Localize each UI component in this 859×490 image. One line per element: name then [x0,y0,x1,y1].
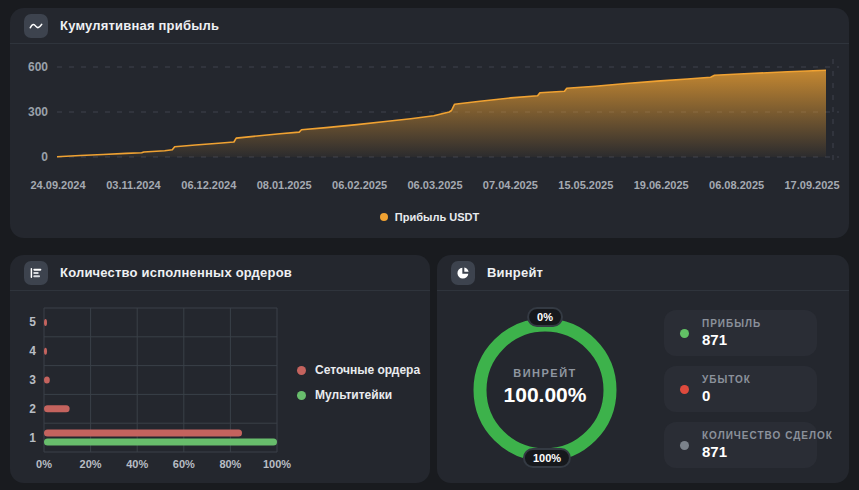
winrate-center-value: 100.00% [504,383,587,407]
total-trades-stat-value: 871 [702,443,817,460]
winrate-header: Винрейт [437,255,849,291]
cumulative-legend[interactable]: Прибыль USDT [10,211,849,223]
svg-text:0%: 0% [36,458,52,470]
grid-orders-legend-dot [297,366,306,375]
svg-text:40%: 40% [126,458,148,470]
cumulative-series [57,70,826,157]
profit-legend-label: Прибыль USDT [395,211,479,223]
orders-legend: Сеточные ордера Мультитейки [297,363,420,402]
loss-stat-label: УБЫТОК [702,374,751,385]
multitakes-legend-label: Мультитейки [315,388,392,402]
stat-card-profit: ПРИБЫЛЬ 871 [664,310,817,356]
orders-bars [44,319,277,446]
svg-text:5: 5 [29,315,36,329]
cumulative-profit-header: Кумулятивная прибыль [10,8,849,44]
svg-text:3: 3 [29,373,36,387]
profit-stat-value: 871 [702,331,761,348]
profit-legend-dot [380,213,388,221]
profit-status-dot [680,329,689,338]
executed-orders-header: Количество исполненных ордеров [10,255,430,291]
profit-stat-label: ПРИБЫЛЬ [702,318,761,329]
bar-list-icon [24,261,48,285]
multitakes-legend-dot [297,391,306,400]
total-trades-status-dot [680,441,689,450]
stat-card-total-trades: КОЛИЧЕСТВО СДЕЛОК 871 [664,422,817,468]
loss-stat-value: 0 [702,387,751,404]
winrate-center-label: ВИНРЕЙТ [513,367,577,379]
pie-chart-icon [451,261,475,285]
svg-text:60%: 60% [173,458,195,470]
svg-text:4: 4 [29,344,36,358]
winrate-zero-badge: 0% [527,307,563,327]
svg-text:20%: 20% [80,458,102,470]
svg-text:80%: 80% [219,458,241,470]
svg-text:1: 1 [29,431,36,445]
winrate-title: Винрейт [487,265,543,280]
winrate-hundred-badge: 100% [523,448,571,468]
loss-status-dot [680,385,689,394]
executed-orders-title: Количество исполненных ордеров [60,265,292,280]
cumulative-profit-panel: Кумулятивная прибыль 0300600 24.09.20240… [10,8,849,238]
orders-axis-labels: 543210%20%40%60%80%100% [29,315,291,470]
winrate-panel: Винрейт ВИНРЕЙТ 100.00% 0% 100% ПРИБЫЛЬ … [437,255,849,483]
legend-item-grid-orders[interactable]: Сеточные ордера [297,363,420,377]
grid-orders-legend-label: Сеточные ордера [315,363,420,377]
executed-orders-panel: Количество исполненных ордеров 543210%20… [10,255,430,483]
svg-text:2: 2 [29,402,36,416]
svg-text:100%: 100% [263,458,291,470]
line-chart-icon [24,14,48,38]
cumulative-profit-title: Кумулятивная прибыль [60,18,219,33]
total-trades-stat-label: КОЛИЧЕСТВО СДЕЛОК [702,430,817,441]
legend-item-multitakes[interactable]: Мультитейки [297,388,420,402]
dashboard: Кумулятивная прибыль 0300600 24.09.20240… [0,0,859,490]
stat-card-loss: УБЫТОК 0 [664,366,817,412]
cumulative-chart-svg[interactable] [10,43,849,203]
